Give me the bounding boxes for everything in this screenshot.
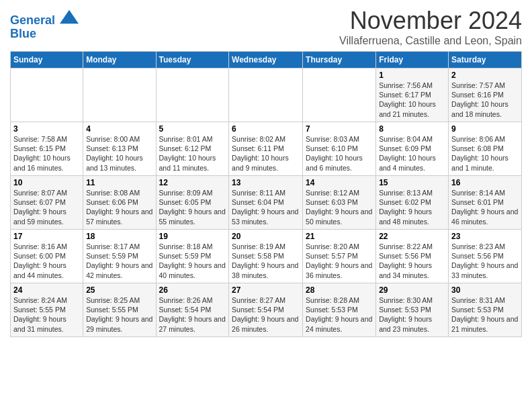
day-number: 30 [451,285,519,295]
day-info: Sunrise: 8:17 AM Sunset: 5:59 PM Dayligh… [86,242,152,280]
day-info: Sunrise: 8:22 AM Sunset: 5:56 PM Dayligh… [379,242,445,280]
day-number: 25 [86,285,152,295]
day-info: Sunrise: 8:11 AM Sunset: 6:04 PM Dayligh… [232,188,300,226]
day-info: Sunrise: 8:23 AM Sunset: 5:56 PM Dayligh… [451,242,519,280]
day-info: Sunrise: 8:16 AM Sunset: 6:00 PM Dayligh… [13,242,80,280]
calendar-cell: 21Sunrise: 8:20 AM Sunset: 5:57 PM Dayli… [303,230,376,283]
day-number: 14 [306,178,373,187]
day-number: 3 [13,124,80,134]
day-info: Sunrise: 8:09 AM Sunset: 6:05 PM Dayligh… [159,188,226,226]
calendar-cell: 3Sunrise: 7:58 AM Sunset: 6:15 PM Daylig… [11,122,83,176]
day-number: 5 [159,124,226,134]
weekday-header: Saturday [449,52,522,68]
calendar-cell: 12Sunrise: 8:09 AM Sunset: 6:05 PM Dayli… [156,176,229,230]
calendar-cell: 15Sunrise: 8:13 AM Sunset: 6:02 PM Dayli… [376,176,449,230]
weekday-header: Thursday [303,52,376,68]
logo-icon [60,9,79,24]
calendar-cell: 25Sunrise: 8:25 AM Sunset: 5:55 PM Dayli… [83,283,156,337]
day-info: Sunrise: 8:13 AM Sunset: 6:02 PM Dayligh… [379,188,445,226]
day-info: Sunrise: 8:20 AM Sunset: 5:57 PM Dayligh… [306,242,373,280]
day-number: 7 [306,124,373,134]
weekday-header: Monday [83,52,156,68]
svg-marker-0 [60,10,79,24]
day-number: 18 [86,232,152,241]
day-number: 21 [306,232,373,241]
day-number: 13 [232,178,300,187]
calendar-cell: 17Sunrise: 8:16 AM Sunset: 6:00 PM Dayli… [11,230,83,283]
day-info: Sunrise: 7:57 AM Sunset: 6:16 PM Dayligh… [451,81,519,119]
day-info: Sunrise: 8:28 AM Sunset: 5:53 PM Dayligh… [306,295,373,334]
weekday-header: Tuesday [156,52,229,68]
day-number: 11 [86,178,152,187]
day-number: 26 [159,285,226,295]
day-info: Sunrise: 8:00 AM Sunset: 6:13 PM Dayligh… [86,134,152,173]
calendar-cell: 22Sunrise: 8:22 AM Sunset: 5:56 PM Dayli… [376,230,449,283]
day-number: 20 [232,232,300,241]
day-info: Sunrise: 8:19 AM Sunset: 5:58 PM Dayligh… [232,242,300,280]
logo-general: General [10,13,55,27]
day-number: 29 [379,285,445,295]
calendar-table: SundayMondayTuesdayWednesdayThursdayFrid… [10,51,522,337]
day-number: 16 [451,178,519,187]
calendar-cell: 23Sunrise: 8:23 AM Sunset: 5:56 PM Dayli… [449,230,522,283]
calendar-cell [156,68,229,122]
calendar-cell [83,68,156,122]
calendar-week-row: 24Sunrise: 8:24 AM Sunset: 5:55 PM Dayli… [11,283,522,337]
day-number: 23 [451,232,519,241]
calendar-cell: 13Sunrise: 8:11 AM Sunset: 6:04 PM Dayli… [229,176,303,230]
day-info: Sunrise: 8:26 AM Sunset: 5:54 PM Dayligh… [159,295,226,334]
day-number: 15 [379,178,445,187]
day-info: Sunrise: 8:24 AM Sunset: 5:55 PM Dayligh… [13,295,80,334]
day-info: Sunrise: 8:31 AM Sunset: 5:53 PM Dayligh… [451,295,519,334]
calendar-cell: 20Sunrise: 8:19 AM Sunset: 5:58 PM Dayli… [229,230,303,283]
calendar-cell: 10Sunrise: 8:07 AM Sunset: 6:07 PM Dayli… [11,176,83,230]
day-info: Sunrise: 8:14 AM Sunset: 6:01 PM Dayligh… [451,188,519,226]
day-number: 28 [306,285,373,295]
weekday-header: Wednesday [229,52,303,68]
month-title: November 2024 [339,7,522,35]
calendar-cell [229,68,303,122]
day-number: 24 [13,285,80,295]
calendar-cell [11,68,83,122]
weekday-header: Friday [376,52,449,68]
day-info: Sunrise: 8:12 AM Sunset: 6:03 PM Dayligh… [306,188,373,226]
calendar-header-row: SundayMondayTuesdayWednesdayThursdayFrid… [11,52,522,68]
day-info: Sunrise: 8:30 AM Sunset: 5:53 PM Dayligh… [379,295,445,334]
calendar-cell: 1Sunrise: 7:56 AM Sunset: 6:17 PM Daylig… [376,68,449,122]
day-info: Sunrise: 8:04 AM Sunset: 6:09 PM Dayligh… [379,134,445,173]
day-info: Sunrise: 8:18 AM Sunset: 5:59 PM Dayligh… [159,242,226,280]
logo-blue: Blue [10,27,36,40]
title-block: November 2024 Villaferruena, Castille an… [339,7,522,47]
calendar-cell: 26Sunrise: 8:26 AM Sunset: 5:54 PM Dayli… [156,283,229,337]
calendar-cell: 9Sunrise: 8:06 AM Sunset: 6:08 PM Daylig… [449,122,522,176]
calendar-cell: 27Sunrise: 8:27 AM Sunset: 5:54 PM Dayli… [229,283,303,337]
calendar-cell: 2Sunrise: 7:57 AM Sunset: 6:16 PM Daylig… [449,68,522,122]
calendar-cell: 4Sunrise: 8:00 AM Sunset: 6:13 PM Daylig… [83,122,156,176]
day-number: 12 [159,178,226,187]
day-number: 8 [379,124,445,134]
calendar-cell: 11Sunrise: 8:08 AM Sunset: 6:06 PM Dayli… [83,176,156,230]
day-info: Sunrise: 8:01 AM Sunset: 6:12 PM Dayligh… [159,134,226,173]
calendar-cell: 16Sunrise: 8:14 AM Sunset: 6:01 PM Dayli… [449,176,522,230]
calendar-cell: 24Sunrise: 8:24 AM Sunset: 5:55 PM Dayli… [11,283,83,337]
calendar-cell: 28Sunrise: 8:28 AM Sunset: 5:53 PM Dayli… [303,283,376,337]
page-header: General Blue November 2024 Villaferruena… [10,7,522,47]
day-info: Sunrise: 8:27 AM Sunset: 5:54 PM Dayligh… [232,295,300,334]
day-number: 1 [379,71,445,80]
day-info: Sunrise: 8:02 AM Sunset: 6:11 PM Dayligh… [232,134,300,173]
day-number: 17 [13,232,80,241]
day-info: Sunrise: 8:08 AM Sunset: 6:06 PM Dayligh… [86,188,152,226]
day-info: Sunrise: 7:58 AM Sunset: 6:15 PM Dayligh… [13,134,80,173]
calendar-week-row: 3Sunrise: 7:58 AM Sunset: 6:15 PM Daylig… [11,122,522,176]
weekday-header: Sunday [11,52,83,68]
day-number: 27 [232,285,300,295]
day-number: 10 [13,178,80,187]
calendar-cell: 8Sunrise: 8:04 AM Sunset: 6:09 PM Daylig… [376,122,449,176]
day-number: 19 [159,232,226,241]
calendar-cell: 5Sunrise: 8:01 AM Sunset: 6:12 PM Daylig… [156,122,229,176]
calendar-week-row: 17Sunrise: 8:16 AM Sunset: 6:00 PM Dayli… [11,230,522,283]
day-info: Sunrise: 8:07 AM Sunset: 6:07 PM Dayligh… [13,188,80,226]
day-number: 4 [86,124,152,134]
calendar-cell: 19Sunrise: 8:18 AM Sunset: 5:59 PM Dayli… [156,230,229,283]
calendar-cell: 18Sunrise: 8:17 AM Sunset: 5:59 PM Dayli… [83,230,156,283]
